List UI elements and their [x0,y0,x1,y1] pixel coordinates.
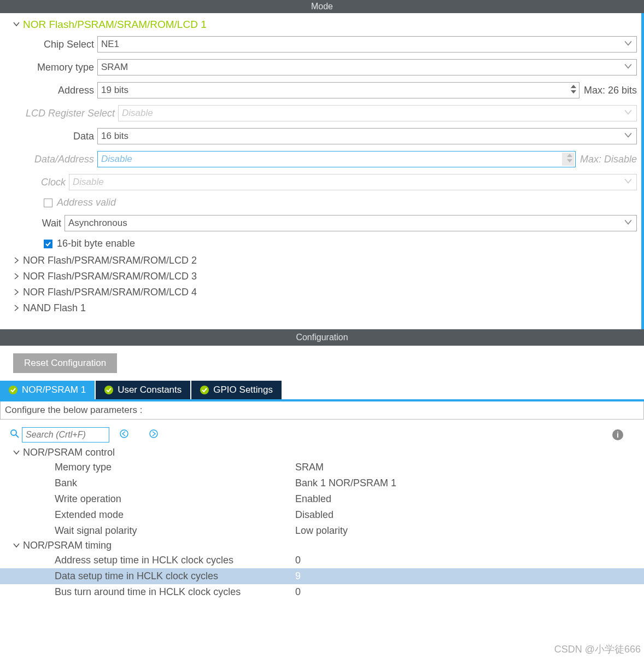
field-wait: Wait Asynchronous [0,212,641,235]
param-label: Extended mode [55,509,295,521]
param-value: Low polarity [295,525,348,537]
field-label: Data/Address [0,154,97,165]
param-data-setup-time[interactable]: Data setup time in HCLK clock cycles9 [0,568,644,584]
field-label: Address [0,85,97,96]
group-title: NOR/PSRAM control [23,447,115,458]
chip-select-dropdown[interactable]: NE1 [97,36,637,53]
param-bank[interactable]: BankBank 1 NOR/PSRAM 1 [0,475,644,491]
data-dropdown[interactable]: 16 bits [97,128,637,144]
config-toolbar: i [0,420,644,446]
field-chip-select: Chip Select NE1 [0,33,641,56]
info-icon[interactable]: i [612,429,623,440]
field-address-valid: Address valid [0,194,641,212]
select-value: NE1 [101,39,119,50]
mode-item-title: NOR Flash/PSRAM/SRAM/ROM/LCD 2 [23,255,197,266]
mode-item-4[interactable]: NOR Flash/PSRAM/SRAM/ROM/LCD 4 [0,284,641,300]
field-lcd-register: LCD Register Select Disable [0,102,641,125]
mode-item-1[interactable]: NOR Flash/PSRAM/SRAM/ROM/LCD 1 [0,16,641,33]
chevron-down-icon[interactable] [13,541,23,550]
reset-configuration-button[interactable]: Reset Configuration [13,353,117,373]
select-value: Disable [73,177,104,188]
group-title: NOR/PSRAM timing [23,540,112,551]
param-value: 9 [295,570,301,582]
mode-panel: NOR Flash/PSRAM/SRAM/ROM/LCD 1 Chip Sele… [0,13,644,329]
watermark: CSDN @小学徒666 [554,643,641,656]
chevron-down-icon[interactable] [13,449,23,457]
chevron-down-icon [624,218,632,229]
svg-point-0 [11,430,16,435]
chevron-down-icon[interactable] [13,20,23,29]
tab-nor-psram-1[interactable]: NOR/PSRAM 1 [0,381,95,399]
prev-result-icon[interactable] [119,429,129,441]
chevron-right-icon[interactable] [13,304,23,313]
spinner-buttons[interactable] [570,84,577,95]
clock-dropdown: Disable [69,174,637,190]
tab-gpio-settings[interactable]: GPIO Settings [191,381,282,399]
param-label: Data setup time in HCLK clock cycles [55,570,295,582]
field-clock: Clock Disable [0,171,641,194]
search-input[interactable] [22,427,109,442]
lcd-register-dropdown: Disable [118,105,637,121]
configure-hint: Configure the below parameters : [0,401,644,420]
tab-label: GPIO Settings [213,385,273,395]
chevron-right-icon[interactable] [13,288,23,297]
address-spinner[interactable]: 19 bits [97,82,579,98]
mode-item-2[interactable]: NOR Flash/PSRAM/SRAM/ROM/LCD 2 [0,253,641,269]
group-nor-psram-control[interactable]: NOR/PSRAM control [0,446,644,459]
mode-item-5[interactable]: NAND Flash 1 [0,300,641,316]
address-valid-checkbox [44,199,52,207]
check-circle-icon [9,386,17,394]
param-label: Bus turn around time in HCLK clock cycle… [55,586,295,598]
field-memory-type: Memory type SRAM [0,56,641,79]
config-tabs: NOR/PSRAM 1 User Constants GPIO Settings [0,381,644,399]
checkbox-label: Address valid [57,197,116,208]
mode-item-3[interactable]: NOR Flash/PSRAM/SRAM/ROM/LCD 3 [0,269,641,284]
memory-type-dropdown[interactable]: SRAM [97,59,637,75]
param-label: Wait signal polarity [55,525,295,537]
search-icon [10,429,20,441]
param-memory-type[interactable]: Memory typeSRAM [0,459,644,475]
chevron-down-icon [624,131,632,142]
configuration-panel: Reset Configuration NOR/PSRAM 1 User Con… [0,346,644,600]
group-nor-psram-timing[interactable]: NOR/PSRAM timing [0,539,644,552]
mode-item-title: NOR Flash/PSRAM/SRAM/ROM/LCD 3 [23,271,197,282]
wait-dropdown[interactable]: Asynchronous [65,215,637,231]
param-label: Write operation [55,493,295,505]
tab-label: NOR/PSRAM 1 [22,385,86,395]
mode-item-title: NAND Flash 1 [23,302,86,314]
param-value: Bank 1 NOR/PSRAM 1 [295,478,396,489]
byte-enable-checkbox[interactable] [44,240,52,248]
param-label: Address setup time in HCLK clock cycles [55,555,295,566]
svg-point-3 [150,430,157,438]
field-byte-enable: 16-bit byte enable [0,235,641,253]
field-data: Data 16 bits [0,125,641,148]
chevron-down-icon [624,108,632,119]
data-address-spinner: Disable [97,151,576,167]
chevron-right-icon[interactable] [13,272,23,281]
spinner-value: Disable [101,154,132,165]
svg-line-1 [16,435,19,438]
field-label: Wait [0,218,65,229]
param-value: Disabled [295,509,333,521]
field-label: Data [0,131,97,142]
select-value: 16 bits [101,131,128,142]
mode-item-title: NOR Flash/PSRAM/SRAM/ROM/LCD 4 [23,287,197,298]
param-bus-turnaround-time[interactable]: Bus turn around time in HCLK clock cycle… [0,584,644,600]
field-address: Address 19 bits Max: 26 bits [0,79,641,102]
tab-label: User Constants [118,385,182,395]
mode-item-1-fields: Chip Select NE1 Memory type SRAM Address… [0,33,641,253]
param-address-setup-time[interactable]: Address setup time in HCLK clock cycles0 [0,552,644,568]
tab-user-constants[interactable]: User Constants [96,381,190,399]
spinner-value: 19 bits [101,85,128,96]
field-label: Clock [0,177,69,188]
next-result-icon[interactable] [149,429,159,441]
checkbox-label: 16-bit byte enable [57,238,135,249]
param-write-operation[interactable]: Write operationEnabled [0,491,644,507]
select-value: Disable [122,108,153,119]
chevron-right-icon[interactable] [13,257,23,265]
param-wait-signal-polarity[interactable]: Wait signal polarityLow polarity [0,523,644,539]
param-value: SRAM [295,462,324,473]
data-address-max: Max: Disable [580,154,637,165]
field-label: Chip Select [0,39,97,50]
param-extended-mode[interactable]: Extended modeDisabled [0,507,644,523]
